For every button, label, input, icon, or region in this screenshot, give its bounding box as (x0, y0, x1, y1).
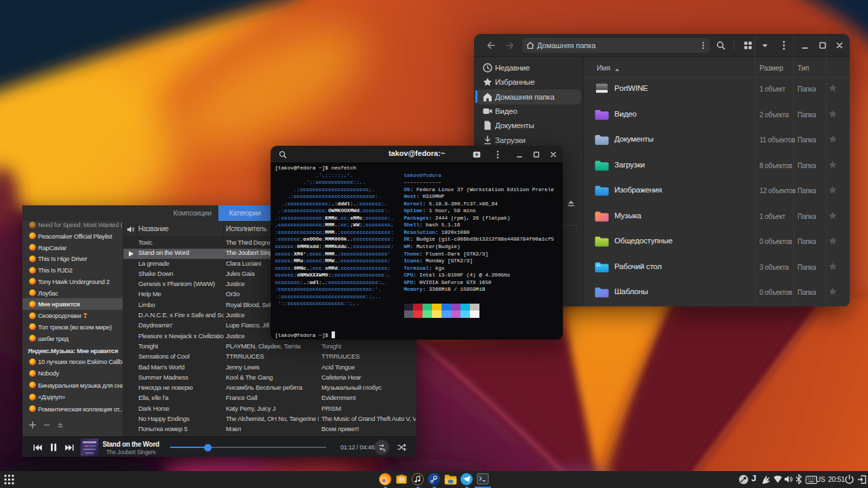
svg-text:a: a (383, 448, 386, 452)
